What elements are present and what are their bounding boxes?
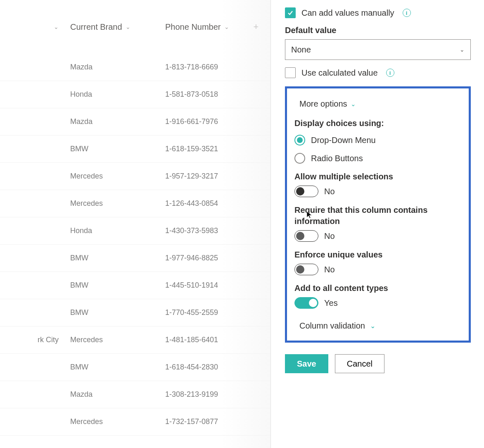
cell-phone: 1-916-661-7976: [165, 117, 248, 126]
cell-brand: Honda: [70, 90, 165, 99]
cell-phone: 1-430-373-5983: [165, 226, 248, 235]
cell-phone: 1-977-946-8825: [165, 254, 248, 262]
radio-selected-icon: [294, 135, 305, 145]
default-value-select[interactable]: None ⌄: [285, 39, 471, 60]
save-button[interactable]: Save: [285, 354, 328, 373]
cell-brand: BMW: [70, 363, 165, 372]
cell-phone: 1-481-185-6401: [165, 336, 248, 344]
cell-phone: 1-581-873-0518: [165, 90, 248, 99]
column-settings-panel: Can add values manually i Default value …: [270, 0, 484, 448]
table-row[interactable]: BMW1-770-455-2559: [0, 299, 270, 326]
column-header-current-brand[interactable]: Current Brand ⌄: [70, 22, 165, 32]
table-row[interactable]: Mercedes1-957-129-3217: [0, 163, 270, 190]
cell-city: rk City: [0, 336, 70, 344]
enforce-unique-label: Enforce unique values: [294, 249, 461, 260]
enforce-unique-toggle[interactable]: [294, 264, 318, 275]
chevron-down-icon: ⌄: [460, 46, 465, 53]
table-row[interactable]: BMW1-977-946-8825: [0, 245, 270, 272]
table-row[interactable]: BMW1-618-159-3521: [0, 136, 270, 163]
cell-phone: 1-126-443-0854: [165, 199, 248, 208]
info-icon[interactable]: i: [386, 69, 394, 77]
chevron-down-icon: ⌄: [370, 322, 375, 330]
cell-phone: 1-618-159-3521: [165, 145, 248, 153]
table-row[interactable]: rk CityMercedes1-481-185-6401: [0, 326, 270, 354]
list-grid: ⌄ Current Brand ⌄ Phone Number ⌄ + Mazda…: [0, 0, 270, 448]
cell-brand: BMW: [70, 145, 165, 153]
cell-phone: 1-732-157-0877: [165, 417, 248, 426]
cell-brand: Mazda: [70, 63, 165, 71]
chevron-down-icon: ⌄: [126, 24, 130, 30]
allow-multi-toggle-row: No: [294, 186, 461, 197]
cell-brand: BMW: [70, 308, 165, 317]
column-header-city[interactable]: ⌄: [0, 24, 70, 30]
add-all-types-toggle[interactable]: [294, 297, 318, 309]
table-row[interactable]: Honda1-430-373-5983: [0, 217, 270, 245]
table-row[interactable]: Mercedes1-732-157-0877: [0, 408, 270, 436]
can-add-values-checkbox[interactable]: [285, 7, 296, 18]
cell-phone: 1-957-129-3217: [165, 172, 248, 181]
add-all-types-toggle-row: Yes: [294, 297, 461, 309]
require-info-label: Require that this column contains inform…: [294, 205, 461, 227]
table-row[interactable]: Mazda1-916-661-7976: [0, 108, 270, 136]
cell-brand: Mercedes: [70, 172, 165, 181]
use-calculated-label: Use calculated value: [301, 68, 378, 78]
cell-phone: 1-770-455-2559: [165, 308, 248, 317]
more-options-toggle[interactable]: More options ⌄: [299, 99, 461, 109]
cell-phone: 1-308-213-9199: [165, 390, 248, 399]
cell-brand: BMW: [70, 281, 165, 290]
radio-unselected-icon: [294, 153, 305, 164]
column-headers: ⌄ Current Brand ⌄ Phone Number ⌄ +: [0, 0, 270, 54]
require-info-toggle-row: No: [294, 230, 461, 242]
table-row[interactable]: BMW1-618-454-2830: [0, 354, 270, 381]
add-all-types-label: Add to all content types: [294, 283, 461, 294]
chevron-down-icon: ⌄: [54, 24, 59, 30]
enforce-unique-toggle-row: No: [294, 264, 461, 275]
table-row[interactable]: Honda1-581-873-0518: [0, 81, 270, 108]
add-column-button[interactable]: +: [248, 21, 264, 32]
table-row[interactable]: Mazda1-813-718-6669: [0, 54, 270, 81]
chevron-down-icon: ⌄: [351, 100, 356, 108]
table-body: Mazda1-813-718-6669Honda1-581-873-0518Ma…: [0, 54, 270, 436]
can-add-values-label: Can add values manually: [301, 8, 394, 18]
display-choice-dropdown[interactable]: Drop-Down Menu: [294, 135, 461, 145]
panel-footer: Save Cancel: [285, 354, 471, 373]
cell-brand: BMW: [70, 254, 165, 262]
cell-phone: 1-813-718-6669: [165, 63, 248, 71]
cell-brand: Mercedes: [70, 417, 165, 426]
require-info-toggle[interactable]: [294, 230, 318, 242]
allow-multi-label: Allow multiple selections: [294, 171, 461, 182]
use-calculated-row: Use calculated value i: [285, 67, 471, 78]
more-options-section: More options ⌄ Display choices using: Dr…: [285, 86, 471, 343]
display-choice-radio[interactable]: Radio Buttons: [294, 153, 461, 164]
cell-brand: Honda: [70, 226, 165, 235]
table-row[interactable]: Mercedes1-126-443-0854: [0, 190, 270, 217]
table-row[interactable]: BMW1-445-510-1914: [0, 272, 270, 299]
info-icon[interactable]: i: [403, 9, 411, 17]
table-row[interactable]: Mazda1-308-213-9199: [0, 381, 270, 408]
cell-phone: 1-618-454-2830: [165, 363, 248, 372]
default-value-text: None: [291, 45, 311, 55]
chevron-down-icon: ⌄: [224, 24, 229, 30]
allow-multi-toggle[interactable]: [294, 186, 318, 197]
default-value-label: Default value: [285, 26, 471, 35]
cell-brand: Mercedes: [70, 336, 165, 344]
cell-brand: Mercedes: [70, 199, 165, 208]
cancel-button[interactable]: Cancel: [335, 354, 384, 373]
can-add-values-row: Can add values manually i: [285, 7, 471, 18]
use-calculated-checkbox[interactable]: [285, 67, 296, 78]
cell-brand: Mazda: [70, 390, 165, 399]
cell-brand: Mazda: [70, 117, 165, 126]
display-choices-label: Display choices using:: [294, 119, 461, 128]
cell-phone: 1-445-510-1914: [165, 281, 248, 290]
column-header-phone[interactable]: Phone Number ⌄: [165, 22, 248, 32]
column-validation-toggle[interactable]: Column validation ⌄: [299, 321, 461, 331]
